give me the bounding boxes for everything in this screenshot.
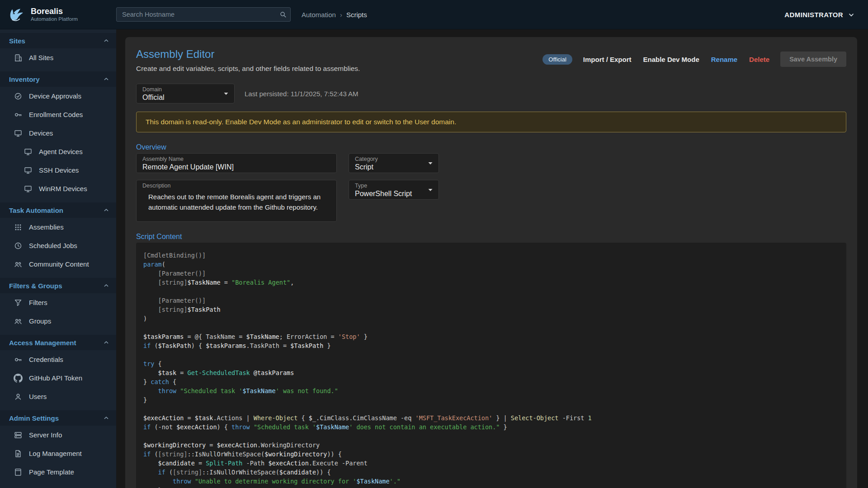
server-icon (14, 431, 23, 440)
assembly-name-field[interactable]: Assembly Name Remote Agent Update [WIN] (136, 153, 337, 173)
chevron-up-icon (103, 339, 110, 346)
sidebar-item-label: Devices (29, 129, 53, 137)
sidebar-item-ssh-devices[interactable]: SSH Devices (0, 161, 116, 179)
fields-column-right: Category Script Type PowerShell Script (349, 153, 439, 222)
domain-label: Domain (142, 86, 162, 93)
code-line: $task = Get-ScheduledTask @taskParams (143, 368, 839, 377)
breadcrumb: Automation›Scripts (302, 11, 367, 19)
sidebar-item-devices[interactable]: Devices (0, 124, 116, 142)
delete-button[interactable]: Delete (748, 54, 770, 65)
official-badge: Official (542, 54, 572, 65)
people-icon (14, 260, 23, 269)
brand-subtitle: Automation Platform (31, 16, 78, 22)
grid-icon (14, 223, 23, 232)
main-content: Assembly Editor Create and edit variable… (116, 29, 868, 488)
readonly-warning-text: This domain is read-only. Enable Dev Mod… (146, 118, 456, 126)
type-select[interactable]: Type PowerShell Script (349, 180, 439, 200)
type-label: Type (355, 183, 367, 189)
code-line: [string]$TaskPath (143, 305, 839, 314)
breadcrumb-item-automation[interactable]: Automation (302, 11, 336, 19)
user-label: ADMINISTRATOR (784, 11, 843, 19)
sidebar-item-all-sites[interactable]: All Sites (0, 48, 116, 67)
sidebar-item-label: Server Info (29, 431, 62, 439)
code-line: [string]$TaskName = "Borealis Agent", (143, 278, 839, 287)
domain-value: Official (142, 94, 221, 102)
script-content-section-label: Script Content (136, 233, 846, 241)
dropdown-arrow-icon (426, 185, 435, 194)
sidebar-item-agent-devices[interactable]: Agent Devices (0, 142, 116, 161)
sidebar-item-log-management[interactable]: Log Management (0, 444, 116, 463)
sidebar-item-label: Community Content (29, 260, 89, 268)
sidebar-item-label: All Sites (29, 54, 53, 61)
domain-select[interactable]: Domain Official (136, 84, 235, 103)
search-box[interactable] (116, 7, 291, 22)
category-label: Category (355, 156, 378, 162)
sidebar-section-label: Sites (9, 37, 103, 45)
dropdown-arrow-icon (426, 159, 435, 168)
search-input[interactable] (116, 7, 291, 22)
enable-dev-mode-button[interactable]: Enable Dev Mode (642, 54, 700, 65)
save-assembly-button[interactable]: Save Assembly (780, 52, 846, 67)
overview-fields: Assembly Name Remote Agent Update [WIN] … (136, 153, 846, 222)
sidebar-item-label: Filters (29, 299, 47, 306)
sidebar-section-label: Access Management (9, 339, 103, 347)
code-line: if ($TaskPath) { $taskParams.TaskPath = … (143, 341, 839, 350)
domain-row: Domain Official Last persisted: 11/1/202… (136, 84, 846, 103)
last-persisted-text: Last persisted: 11/1/2025, 7:52:43 AM (245, 90, 359, 98)
code-line: } catch { (143, 377, 839, 386)
sidebar-item-credentials[interactable]: Credentials (0, 350, 116, 369)
code-line: $candidate = Split-Path -Path $execActio… (143, 459, 839, 468)
fields-column-left: Assembly Name Remote Agent Update [WIN] … (136, 153, 337, 222)
sidebar-item-page-template[interactable]: Page Template (0, 463, 116, 481)
page-icon (14, 468, 23, 477)
sidebar-item-label: Users (29, 393, 47, 400)
assembly-name-label: Assembly Name (142, 156, 184, 162)
breadcrumb-separator: › (340, 11, 342, 19)
sidebar-item-community-content[interactable]: Community Content (0, 255, 116, 273)
overview-section-label: Overview (136, 143, 846, 151)
sidebar-item-filters[interactable]: Filters (0, 293, 116, 312)
sidebar-section-filters-groups[interactable]: Filters & Groups (0, 278, 116, 293)
sidebar-section-label: Inventory (9, 75, 103, 83)
sidebar-section-task-automation[interactable]: Task Automation (0, 202, 116, 218)
sidebar-section-inventory[interactable]: Inventory (0, 71, 116, 87)
monitor-icon (24, 184, 33, 193)
page-subtitle: Create and edit variables, scripts, and … (136, 65, 360, 73)
card-title-block: Assembly Editor Create and edit variable… (136, 48, 360, 73)
user-menu-button[interactable]: ADMINISTRATOR (784, 10, 855, 19)
rename-button[interactable]: Rename (710, 54, 738, 65)
code-line (143, 323, 839, 332)
sidebar-item-enrollment-codes[interactable]: Enrollment Codes (0, 105, 116, 124)
code-line (143, 350, 839, 359)
assembly-name-value: Remote Agent Update [WIN] (142, 163, 323, 171)
sidebar-item-server-info[interactable]: Server Info (0, 426, 116, 444)
sidebar-item-scheduled-jobs[interactable]: Scheduled Jobs (0, 236, 116, 255)
clock-icon (14, 241, 23, 250)
sidebar-section-sites[interactable]: Sites (0, 33, 116, 48)
sidebar-item-device-approvals[interactable]: Device Approvals (0, 87, 116, 105)
sidebar-item-label: Credentials (29, 356, 63, 363)
import-export-button[interactable]: Import / Export (582, 54, 632, 65)
code-line: if ([string]::IsNullOrWhiteSpace($candid… (143, 468, 839, 477)
funnel-icon (14, 298, 23, 307)
sidebar-section-access-management[interactable]: Access Management (0, 335, 116, 350)
description-field[interactable]: Description Reaches out to the remote Bo… (136, 180, 337, 222)
sidebar-item-groups[interactable]: Groups (0, 312, 116, 330)
category-select[interactable]: Category Script (349, 153, 439, 173)
readonly-warning-banner: This domain is read-only. Enable Dev Mod… (136, 112, 846, 132)
breadcrumb-item-scripts[interactable]: Scripts (346, 11, 367, 19)
code-line: throw "Scheduled task '$TaskName' was no… (143, 386, 839, 395)
chevron-up-icon (103, 414, 110, 422)
chevron-up-icon (103, 37, 110, 44)
sidebar-item-github-api-token[interactable]: GitHub API Token (0, 369, 116, 387)
script-editor[interactable]: [CmdletBinding()]param( [Parameter()] [s… (136, 243, 846, 488)
sidebar-item-users[interactable]: Users (0, 387, 116, 406)
dropdown-arrow-icon (222, 89, 231, 98)
people-icon (14, 317, 23, 326)
log-icon (14, 449, 23, 458)
sidebar-section-admin-settings[interactable]: Admin Settings (0, 410, 116, 426)
sidebar-item-label: SSH Devices (39, 166, 79, 174)
sidebar-item-winrm-devices[interactable]: WinRM Devices (0, 179, 116, 198)
code-line: [CmdletBinding()] (143, 251, 839, 260)
sidebar-item-assemblies[interactable]: Assemblies (0, 218, 116, 236)
